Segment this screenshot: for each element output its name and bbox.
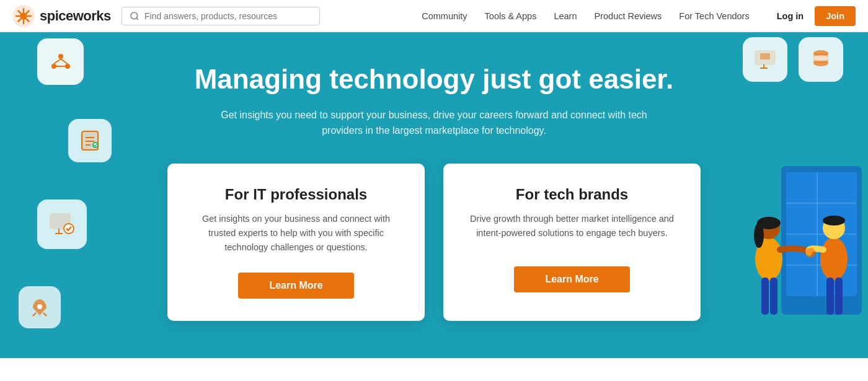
svg-point-12 (58, 54, 63, 59)
nav-item-tools[interactable]: Tools & Apps (485, 11, 537, 22)
svg-point-27 (64, 224, 74, 234)
hero-cards: For IT professionals Get insights on you… (167, 164, 701, 321)
hero-content: Managing technology just got easier. Get… (155, 63, 713, 321)
svg-point-35 (813, 60, 828, 66)
bg-icon-network (37, 38, 84, 85)
search-bar[interactable] (122, 7, 320, 25)
card-it-desc: Get insights on your business and connec… (192, 212, 400, 255)
hero-illustration (732, 141, 868, 358)
navbar: spiceworks Community Tools & Apps Learn … (0, 0, 868, 32)
nav-auth: Log in Join (772, 6, 856, 26)
hero-section: Managing technology just got easier. Get… (0, 32, 868, 358)
svg-rect-53 (835, 278, 843, 315)
card-it-professionals: For IT professionals Get insights on you… (167, 164, 425, 321)
svg-rect-19 (82, 131, 98, 150)
nav-links: Community Tools & Apps Learn Product Rev… (422, 11, 749, 22)
card-it-title: For IT professionals (192, 186, 400, 203)
bottom-section: Millions of IT pros use and trust Spicew… (0, 358, 868, 381)
svg-line-15 (54, 59, 61, 64)
nav-item-reviews[interactable]: Product Reviews (595, 11, 662, 22)
svg-point-46 (754, 223, 764, 248)
svg-rect-47 (761, 278, 769, 315)
bg-icon-database (799, 37, 843, 82)
hero-subtitle: Get insights you need to support your bu… (217, 107, 651, 139)
logo-text: spiceworks (40, 8, 111, 24)
svg-rect-18 (82, 131, 98, 150)
bg-icon-screen (743, 37, 787, 82)
svg-point-13 (51, 64, 56, 69)
svg-line-11 (136, 18, 138, 20)
svg-rect-34 (813, 53, 828, 63)
svg-point-14 (65, 64, 70, 69)
card-brands-desc: Drive growth through better market intel… (468, 212, 676, 249)
svg-rect-30 (760, 53, 770, 59)
svg-rect-52 (826, 278, 834, 315)
svg-rect-29 (755, 51, 775, 64)
hero-title: Managing technology just got easier. (167, 63, 701, 96)
join-button[interactable]: Join (815, 6, 856, 26)
learn-more-it-button[interactable]: Learn More (238, 273, 353, 299)
svg-point-33 (813, 50, 828, 56)
svg-rect-24 (50, 214, 70, 229)
login-button[interactable]: Log in (772, 7, 809, 25)
search-icon (130, 11, 140, 21)
svg-rect-48 (770, 278, 777, 315)
svg-point-54 (805, 248, 815, 258)
nav-item-vendors[interactable]: For Tech Vendors (679, 11, 749, 22)
logo[interactable]: spiceworks (12, 5, 112, 27)
svg-point-49 (820, 237, 848, 281)
search-input[interactable] (144, 11, 312, 21)
svg-point-10 (131, 12, 138, 19)
svg-point-28 (37, 304, 42, 309)
svg-point-51 (823, 216, 845, 226)
svg-point-23 (93, 142, 98, 147)
card-tech-brands: For tech brands Drive growth through bet… (443, 164, 701, 321)
card-brands-title: For tech brands (468, 186, 676, 203)
spiceworks-logo-icon (12, 5, 35, 27)
svg-point-36 (813, 55, 828, 61)
nav-item-learn[interactable]: Learn (554, 11, 577, 22)
nav-item-community[interactable]: Community (422, 11, 467, 22)
bg-icon-checklist (68, 119, 112, 162)
svg-line-16 (61, 59, 68, 64)
bg-icon-monitor-check (37, 199, 87, 249)
learn-more-brands-button[interactable]: Learn More (514, 266, 629, 292)
bg-icon-rocket (19, 286, 61, 328)
